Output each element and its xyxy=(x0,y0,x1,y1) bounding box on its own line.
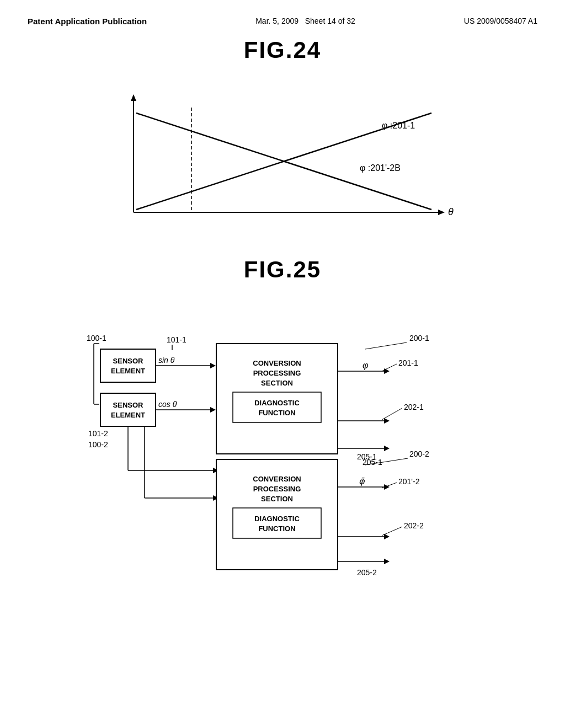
svg-line-40 xyxy=(365,342,407,349)
svg-marker-44 xyxy=(384,368,390,374)
publication-label: Patent Application Publication xyxy=(28,17,147,26)
svg-text:PROCESSING: PROCESSING xyxy=(253,369,301,377)
svg-text:101-1: 101-1 xyxy=(167,335,186,344)
patent-number: US 2009/0058407 A1 xyxy=(464,17,537,25)
svg-text:SENSOR: SENSOR xyxy=(113,401,144,409)
fig24-diagram: θ φ :201-1 φ :201'-2B xyxy=(89,80,476,234)
svg-text:202-2: 202-2 xyxy=(404,521,424,530)
svg-text:SECTION: SECTION xyxy=(261,495,293,503)
fig25-diagram: 100-1 SENSOR ELEMENT 101-1 sin θ SENSOR … xyxy=(56,299,509,608)
fig24-title: FIG.24 xyxy=(28,37,537,63)
svg-text:φ̄: φ̄ xyxy=(359,477,365,486)
svg-text:100-2: 100-2 xyxy=(88,440,108,449)
svg-rect-23 xyxy=(100,393,156,426)
svg-text:202-1: 202-1 xyxy=(404,403,424,411)
svg-text:φ: φ xyxy=(363,361,368,370)
svg-text:205-1: 205-1 xyxy=(357,452,377,461)
svg-text:DIAGNOSTIC: DIAGNOSTIC xyxy=(254,399,300,407)
svg-marker-77 xyxy=(384,534,390,539)
svg-rect-64 xyxy=(233,508,321,538)
svg-text:φ :201'-2B: φ :201'-2B xyxy=(360,163,401,173)
svg-marker-50 xyxy=(384,418,390,424)
svg-text:200-2: 200-2 xyxy=(409,449,429,458)
svg-text:101-2: 101-2 xyxy=(88,429,108,438)
svg-text:100-1: 100-1 xyxy=(87,334,106,342)
svg-line-75 xyxy=(382,527,402,536)
svg-text:θ: θ xyxy=(448,206,454,217)
page: Patent Application Publication Mar. 5, 2… xyxy=(0,0,565,728)
svg-text:ELEMENT: ELEMENT xyxy=(111,411,145,419)
svg-text:sin θ: sin θ xyxy=(158,356,175,365)
svg-text:φ :201-1: φ :201-1 xyxy=(382,121,415,130)
svg-text:200-1: 200-1 xyxy=(409,334,429,342)
svg-text:cos θ: cos θ xyxy=(158,400,177,409)
svg-text:SENSOR: SENSOR xyxy=(113,357,144,365)
svg-text:ELEMENT: ELEMENT xyxy=(111,367,145,375)
svg-marker-79 xyxy=(384,559,390,564)
svg-text:201'-2: 201'-2 xyxy=(398,477,420,486)
svg-text:DIAGNOSTIC: DIAGNOSTIC xyxy=(254,515,300,523)
fig25-title: FIG.25 xyxy=(28,256,537,283)
svg-text:205-2: 205-2 xyxy=(357,568,377,577)
svg-rect-36 xyxy=(233,392,321,422)
date: Mar. 5, 2009 xyxy=(255,17,299,25)
sheet: Sheet 14 of 32 xyxy=(305,17,355,25)
svg-text:CONVERSION: CONVERSION xyxy=(253,475,301,483)
svg-text:SECTION: SECTION xyxy=(261,379,293,387)
sheet-info: Mar. 5, 2009 Sheet 14 of 32 xyxy=(255,17,355,25)
svg-marker-72 xyxy=(384,484,390,490)
svg-text:CONVERSION: CONVERSION xyxy=(253,359,301,367)
svg-text:FUNCTION: FUNCTION xyxy=(258,409,295,417)
page-header: Patent Application Publication Mar. 5, 2… xyxy=(28,17,537,26)
svg-line-47 xyxy=(382,408,402,420)
svg-marker-22 xyxy=(210,363,216,368)
svg-marker-1 xyxy=(131,94,136,101)
svg-marker-29 xyxy=(210,407,216,413)
svg-text:FUNCTION: FUNCTION xyxy=(258,524,295,533)
svg-text:PROCESSING: PROCESSING xyxy=(253,485,301,493)
svg-text:201-1: 201-1 xyxy=(398,358,418,367)
svg-marker-52 xyxy=(384,446,390,451)
svg-rect-14 xyxy=(100,349,156,382)
svg-marker-3 xyxy=(438,210,445,215)
